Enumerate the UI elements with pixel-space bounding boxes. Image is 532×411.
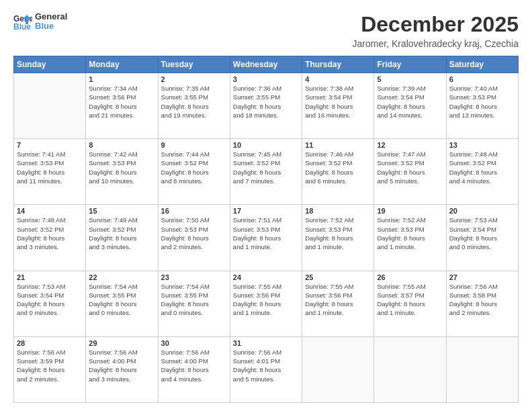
day-number: 1 xyxy=(89,75,154,83)
calendar-cell: 1Sunrise: 7:34 AMSunset: 3:56 PMDaylight… xyxy=(86,73,158,139)
day-number: 19 xyxy=(377,207,443,215)
calendar-cell: 19Sunrise: 7:52 AMSunset: 3:53 PMDayligh… xyxy=(374,205,446,271)
weekday-header-monday: Monday xyxy=(86,56,158,73)
calendar-cell: 30Sunrise: 7:56 AMSunset: 4:00 PMDayligh… xyxy=(158,336,230,402)
day-info: Sunrise: 7:56 AMSunset: 3:59 PMDaylight:… xyxy=(17,348,83,383)
header: General Blue General Blue December 2025 … xyxy=(13,12,519,49)
day-number: 27 xyxy=(449,273,515,281)
day-info: Sunrise: 7:55 AMSunset: 3:56 PMDaylight:… xyxy=(305,282,371,318)
day-info: Sunrise: 7:40 AMSunset: 3:53 PMDaylight:… xyxy=(449,84,515,120)
day-number: 20 xyxy=(449,207,515,215)
day-info: Sunrise: 7:49 AMSunset: 3:52 PMDaylight:… xyxy=(89,216,154,251)
page: General Blue General Blue December 2025 … xyxy=(0,0,532,411)
day-info: Sunrise: 7:51 AMSunset: 3:53 PMDaylight:… xyxy=(233,216,299,251)
day-number: 23 xyxy=(161,273,227,281)
day-number: 24 xyxy=(233,273,299,281)
week-row-5: 28Sunrise: 7:56 AMSunset: 3:59 PMDayligh… xyxy=(14,336,519,402)
calendar-cell: 14Sunrise: 7:48 AMSunset: 3:52 PMDayligh… xyxy=(14,205,86,271)
day-info: Sunrise: 7:56 AMSunset: 4:00 PMDaylight:… xyxy=(89,348,154,383)
day-number: 30 xyxy=(161,339,227,347)
calendar-cell: 16Sunrise: 7:50 AMSunset: 3:53 PMDayligh… xyxy=(158,205,230,271)
week-row-2: 7Sunrise: 7:41 AMSunset: 3:53 PMDaylight… xyxy=(14,139,519,205)
day-info: Sunrise: 7:54 AMSunset: 3:55 PMDaylight:… xyxy=(89,282,154,318)
subtitle: Jaromer, Kralovehradecky kraj, Czechia xyxy=(353,38,519,49)
calendar-cell: 9Sunrise: 7:44 AMSunset: 3:52 PMDaylight… xyxy=(158,139,230,205)
logo-line2: Blue xyxy=(35,21,67,31)
calendar-cell: 6Sunrise: 7:40 AMSunset: 3:53 PMDaylight… xyxy=(446,73,518,139)
calendar-cell: 8Sunrise: 7:42 AMSunset: 3:53 PMDaylight… xyxy=(86,139,158,205)
day-info: Sunrise: 7:52 AMSunset: 3:53 PMDaylight:… xyxy=(305,216,371,251)
calendar-table: SundayMondayTuesdayWednesdayThursdayFrid… xyxy=(13,56,519,403)
day-number: 10 xyxy=(233,141,299,149)
calendar-cell: 25Sunrise: 7:55 AMSunset: 3:56 PMDayligh… xyxy=(302,271,374,336)
day-number: 6 xyxy=(449,75,515,83)
day-info: Sunrise: 7:42 AMSunset: 3:53 PMDaylight:… xyxy=(89,150,154,185)
svg-text:Blue: Blue xyxy=(13,22,31,31)
day-info: Sunrise: 7:52 AMSunset: 3:53 PMDaylight:… xyxy=(377,216,443,251)
weekday-header-wednesday: Wednesday xyxy=(230,56,302,73)
day-info: Sunrise: 7:53 AMSunset: 3:54 PMDaylight:… xyxy=(17,282,83,318)
main-title: December 2025 xyxy=(353,12,519,37)
weekday-header-sunday: Sunday xyxy=(14,56,86,73)
day-number: 5 xyxy=(377,75,443,83)
day-number: 22 xyxy=(89,273,154,281)
calendar-cell: 5Sunrise: 7:39 AMSunset: 3:54 PMDaylight… xyxy=(374,73,446,139)
day-number: 13 xyxy=(449,141,515,149)
day-info: Sunrise: 7:44 AMSunset: 3:52 PMDaylight:… xyxy=(161,150,227,185)
day-info: Sunrise: 7:53 AMSunset: 3:54 PMDaylight:… xyxy=(449,216,515,251)
day-info: Sunrise: 7:50 AMSunset: 3:53 PMDaylight:… xyxy=(161,216,227,251)
day-number: 29 xyxy=(89,339,154,347)
day-info: Sunrise: 7:36 AMSunset: 3:55 PMDaylight:… xyxy=(233,84,299,120)
day-info: Sunrise: 7:45 AMSunset: 3:52 PMDaylight:… xyxy=(233,150,299,185)
weekday-header-friday: Friday xyxy=(374,56,446,73)
day-number: 21 xyxy=(17,273,83,281)
logo-icon: General Blue xyxy=(13,12,32,31)
calendar-cell: 13Sunrise: 7:48 AMSunset: 3:52 PMDayligh… xyxy=(446,139,518,205)
day-info: Sunrise: 7:39 AMSunset: 3:54 PMDaylight:… xyxy=(377,84,443,120)
day-number: 25 xyxy=(305,273,371,281)
day-info: Sunrise: 7:54 AMSunset: 3:55 PMDaylight:… xyxy=(161,282,227,318)
day-number: 28 xyxy=(17,339,83,347)
calendar-cell xyxy=(446,336,518,402)
calendar-cell: 28Sunrise: 7:56 AMSunset: 3:59 PMDayligh… xyxy=(14,336,86,402)
day-info: Sunrise: 7:48 AMSunset: 3:52 PMDaylight:… xyxy=(17,216,83,251)
day-number: 18 xyxy=(305,207,371,215)
week-row-1: 1Sunrise: 7:34 AMSunset: 3:56 PMDaylight… xyxy=(14,73,519,139)
weekday-header-tuesday: Tuesday xyxy=(158,56,230,73)
day-number: 8 xyxy=(89,141,154,149)
calendar-cell: 3Sunrise: 7:36 AMSunset: 3:55 PMDaylight… xyxy=(230,73,302,139)
calendar-cell: 27Sunrise: 7:56 AMSunset: 3:58 PMDayligh… xyxy=(446,271,518,336)
week-row-3: 14Sunrise: 7:48 AMSunset: 3:52 PMDayligh… xyxy=(14,205,519,271)
day-info: Sunrise: 7:41 AMSunset: 3:53 PMDaylight:… xyxy=(17,150,83,185)
logo: General Blue General Blue xyxy=(13,12,67,32)
calendar-cell: 7Sunrise: 7:41 AMSunset: 3:53 PMDaylight… xyxy=(14,139,86,205)
calendar-cell: 17Sunrise: 7:51 AMSunset: 3:53 PMDayligh… xyxy=(230,205,302,271)
day-info: Sunrise: 7:56 AMSunset: 4:01 PMDaylight:… xyxy=(233,348,299,383)
week-row-4: 21Sunrise: 7:53 AMSunset: 3:54 PMDayligh… xyxy=(14,271,519,336)
calendar-cell: 20Sunrise: 7:53 AMSunset: 3:54 PMDayligh… xyxy=(446,205,518,271)
calendar-cell: 4Sunrise: 7:38 AMSunset: 3:54 PMDaylight… xyxy=(302,73,374,139)
day-info: Sunrise: 7:55 AMSunset: 3:56 PMDaylight:… xyxy=(233,282,299,318)
day-number: 26 xyxy=(377,273,443,281)
calendar-cell: 26Sunrise: 7:55 AMSunset: 3:57 PMDayligh… xyxy=(374,271,446,336)
calendar-cell: 29Sunrise: 7:56 AMSunset: 4:00 PMDayligh… xyxy=(86,336,158,402)
day-number: 3 xyxy=(233,75,299,83)
calendar-cell: 23Sunrise: 7:54 AMSunset: 3:55 PMDayligh… xyxy=(158,271,230,336)
calendar-cell xyxy=(374,336,446,402)
day-number: 12 xyxy=(377,141,443,149)
day-number: 4 xyxy=(305,75,371,83)
calendar-cell: 10Sunrise: 7:45 AMSunset: 3:52 PMDayligh… xyxy=(230,139,302,205)
day-number: 31 xyxy=(233,339,299,347)
day-info: Sunrise: 7:47 AMSunset: 3:52 PMDaylight:… xyxy=(377,150,443,185)
day-info: Sunrise: 7:56 AMSunset: 3:58 PMDaylight:… xyxy=(449,282,515,318)
weekday-header-saturday: Saturday xyxy=(446,56,518,73)
weekday-header-thursday: Thursday xyxy=(302,56,374,73)
calendar-cell: 2Sunrise: 7:35 AMSunset: 3:55 PMDaylight… xyxy=(158,73,230,139)
day-info: Sunrise: 7:55 AMSunset: 3:57 PMDaylight:… xyxy=(377,282,443,318)
day-number: 15 xyxy=(89,207,154,215)
day-info: Sunrise: 7:35 AMSunset: 3:55 PMDaylight:… xyxy=(161,84,227,120)
day-number: 7 xyxy=(17,141,83,149)
title-block: December 2025 Jaromer, Kralovehradecky k… xyxy=(353,12,519,49)
calendar-cell xyxy=(14,73,86,139)
day-number: 14 xyxy=(17,207,83,215)
